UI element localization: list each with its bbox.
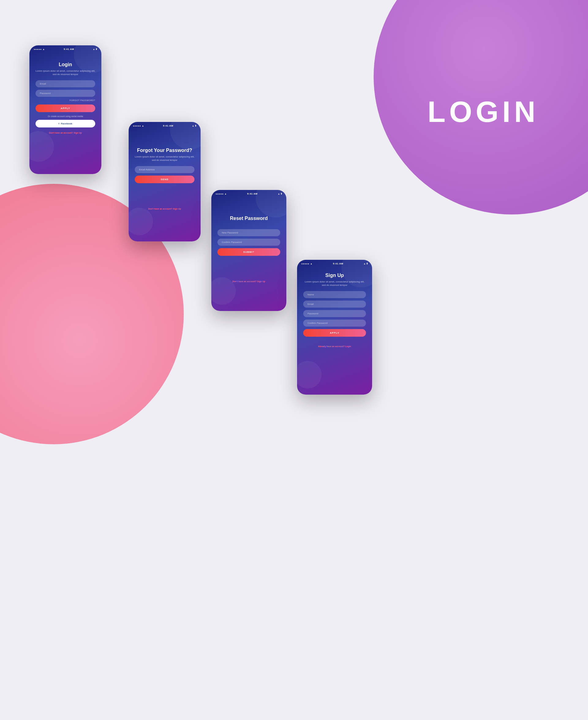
reset-new-password-input[interactable] <box>217 229 280 236</box>
signup-status-bar: ●●●●● ▲ 9:41 AM ▲ ▮ <box>297 260 372 267</box>
login-email-input[interactable] <box>36 80 95 87</box>
signup-apply-button[interactable]: APPLY <box>303 329 366 337</box>
battery-icon: ▮ <box>366 262 368 265</box>
forgot-signup-link[interactable]: Sign Up <box>173 208 181 210</box>
signup-password-input[interactable] <box>303 310 366 317</box>
signup-subtitle: Lorem ipsum dolor sit amet, consectetur … <box>303 280 366 287</box>
wifi-icon: ▲ <box>192 125 194 127</box>
login-subtitle: Lorem ipsum dolor sit amet, consectetur … <box>36 69 95 76</box>
signup-phone: ●●●●● ▲ 9:41 AM ▲ ▮ Sign Up Lorem ipsum … <box>297 260 372 395</box>
login-signup-link[interactable]: Sign Up <box>74 132 82 134</box>
wifi-icon: ▲ <box>93 48 95 50</box>
reset-phone: ●●●●● ▲ 9:41 AM ▲ ▮ Reset Password SUBMI… <box>211 190 286 311</box>
login-phone: ●●●●● ▲ 9:41 AM ▲ ▮ Login Lorem ipsum do… <box>29 45 101 174</box>
wifi-icon: ▲ <box>363 263 366 265</box>
signup-title: Sign Up <box>303 273 366 278</box>
forgot-status-bar: ●●●●● ▲ 9:41 AM ▲ ▮ <box>129 122 201 129</box>
reset-signup-link[interactable]: Sign Up <box>257 280 265 283</box>
reset-status-icons: ▲ ▮ <box>278 192 282 195</box>
signup-email-input[interactable] <box>303 301 366 308</box>
forgot-title: Forgot Your Password? <box>135 148 194 153</box>
reset-submit-button[interactable]: SUBMIT <box>217 248 280 256</box>
battery-icon: ▮ <box>281 192 282 195</box>
reset-title: Reset Password <box>217 216 280 221</box>
forgot-email-input[interactable] <box>135 166 194 173</box>
facebook-button[interactable]: f Facebook <box>36 120 95 127</box>
forgot-phone: ●●●●● ▲ 9:41 AM ▲ ▮ Forgot Your Password… <box>129 122 201 242</box>
login-status-bar: ●●●●● ▲ 9:41 AM ▲ ▮ <box>29 45 101 53</box>
login-status-time: 9:41 AM <box>64 48 74 50</box>
forgot-send-button[interactable]: SEND <box>135 176 194 183</box>
signup-status-signal: ●●●●● ▲ <box>301 263 313 265</box>
login-title: Login <box>36 62 95 67</box>
reset-status-bar: ●●●●● ▲ 9:41 AM ▲ ▮ <box>211 190 286 197</box>
reset-status-signal: ●●●●● ▲ <box>216 193 227 195</box>
reset-bottom-link: Don't have an account? Sign Up <box>217 280 280 283</box>
forgot-status-time: 9:41 AM <box>163 124 173 127</box>
signup-bottom-link: Already have an account? Login <box>303 345 366 347</box>
reset-confirm-password-input[interactable] <box>217 239 280 246</box>
forgot-status-icons: ▲ ▮ <box>192 124 196 127</box>
social-media-text: Or create account using social media <box>36 115 95 117</box>
signup-name-input[interactable] <box>303 291 366 298</box>
facebook-icon: f <box>59 122 59 125</box>
forgot-bottom-link: Don't have an account? Sign Up <box>135 208 194 210</box>
login-bottom-link: Don't have an account? Sign Up <box>36 132 95 134</box>
forgot-status-signal: ●●●●● ▲ <box>133 125 144 127</box>
big-login-title: LOGIN <box>427 95 539 129</box>
signup-confirm-password-input[interactable] <box>303 320 366 327</box>
login-status-icons: ▲ ▮ <box>93 48 97 50</box>
battery-icon: ▮ <box>195 124 196 127</box>
battery-icon: ▮ <box>96 48 97 50</box>
signup-login-link[interactable]: Login <box>345 345 351 347</box>
wifi-icon: ▲ <box>278 193 280 195</box>
login-apply-button[interactable]: APPLY <box>36 104 95 112</box>
facebook-label: Facebook <box>61 122 72 125</box>
signup-status-icons: ▲ ▮ <box>363 262 368 265</box>
forgot-subtitle: Lorem ipsum dolor sit amet, consectetur … <box>135 155 194 162</box>
reset-status-time: 9:41 AM <box>247 192 257 195</box>
login-password-input[interactable] <box>36 90 95 97</box>
forgot-password-link[interactable]: FORGOT PASSWORD? <box>36 99 95 101</box>
signup-status-time: 9:41 AM <box>333 262 343 265</box>
login-status-signal: ●●●●● ▲ <box>34 48 45 50</box>
